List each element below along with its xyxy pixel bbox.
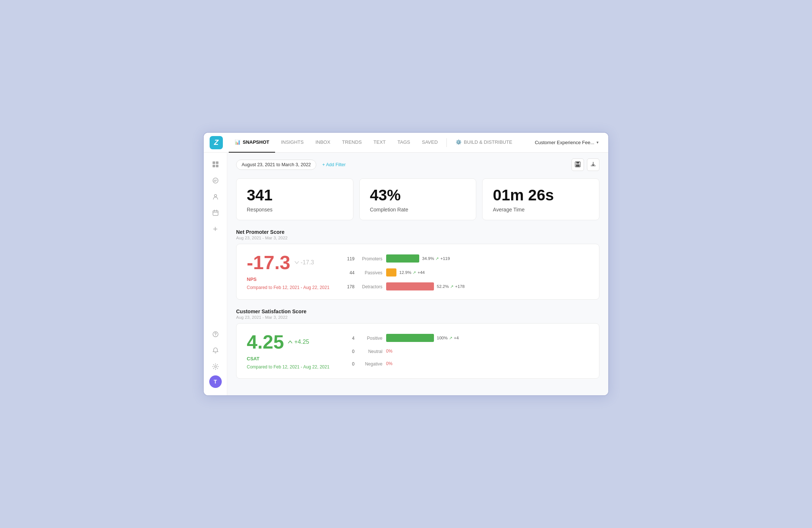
metric-cards: 341 Responses 43% Completion Rate 01m 26… [236, 178, 599, 220]
promoters-count: 119 [347, 256, 355, 261]
nav-separator [446, 138, 447, 147]
csat-type-label: CSAT [247, 356, 330, 361]
negative-count: 0 [352, 361, 355, 367]
detractors-bar [386, 282, 434, 290]
date-range-text: August 23, 2021 to March 3, 2022 [242, 162, 311, 167]
passives-label: Passives [365, 270, 382, 275]
detractors-count: 178 [347, 284, 355, 289]
detractors-track: 52.2% ↗ +178 [386, 282, 465, 290]
nav-right: Customer Experience Fee... ▾ [531, 138, 602, 147]
nps-bars: 119 Promoters 34.9% ↗ +119 [344, 253, 589, 290]
sidebar-item-calendar[interactable] [208, 206, 223, 220]
main-layout: + T August 23, 2021 to March 3, 202 [204, 153, 608, 395]
csat-bar-negative: 0 Negative 0% [344, 360, 589, 367]
neutral-label: Neutral [368, 349, 382, 354]
svg-point-8 [215, 335, 216, 336]
detractors-stats: 52.2% ↗ +178 [437, 284, 465, 289]
csat-score-change: +4.25 [288, 339, 309, 345]
svg-rect-3 [216, 165, 218, 167]
nps-compare: Compared to Feb 12, 2021 - Aug 22, 2021 [247, 285, 330, 290]
negative-track: 0% [386, 361, 392, 366]
download-button[interactable] [587, 158, 599, 171]
nps-section: Net Promoter Score Aug 23, 2021 - Mar 3,… [236, 229, 599, 300]
metric-card-avgtime: 01m 26s Average Time [482, 178, 599, 220]
responses-label: Responses [247, 207, 343, 213]
csat-score-card: 4.25 +4.25 CSAT Compared to Feb 12, 2021… [236, 323, 599, 379]
passives-bar [386, 268, 396, 277]
promoters-stats: 34.9% ↗ +119 [422, 256, 450, 261]
svg-rect-12 [576, 164, 580, 167]
csat-compare: Compared to Feb 12, 2021 - Aug 22, 2021 [247, 364, 330, 370]
sidebar-item-bell[interactable] [208, 343, 223, 358]
chevron-down-icon: ▾ [596, 140, 599, 145]
svg-point-9 [214, 366, 216, 368]
build-icon: ⚙️ [456, 139, 462, 145]
tab-tags[interactable]: TAGS [392, 133, 416, 153]
promoters-bar [386, 254, 419, 263]
tab-insights[interactable]: INSIGHTS [275, 133, 309, 153]
negative-label: Negative [365, 361, 382, 367]
csat-score-main: 4.25 +4.25 [247, 332, 330, 352]
save-button[interactable] [571, 158, 584, 171]
svg-rect-2 [213, 165, 215, 167]
completion-label: Completion Rate [370, 207, 466, 213]
positive-track: 100% ↗ +4 [386, 334, 459, 342]
detractors-label: Detractors [362, 284, 382, 289]
sidebar-item-settings[interactable] [208, 359, 223, 374]
completion-value: 43% [370, 188, 466, 203]
logo-letter: Z [214, 138, 218, 147]
svg-rect-1 [216, 161, 218, 164]
responses-value: 341 [247, 188, 343, 203]
top-nav: Z 📊 SNAPSHOT INSIGHTS INBOX TRENDS TEXT … [204, 133, 608, 153]
sidebar: + T [204, 153, 227, 395]
promoters-track: 34.9% ↗ +119 [386, 254, 450, 263]
add-filter-button[interactable]: + Add Filter [321, 160, 347, 170]
logo: Z [210, 136, 223, 149]
sidebar-item-person[interactable] [208, 189, 223, 204]
neutral-track: 0% [386, 349, 392, 354]
svg-point-5 [214, 195, 217, 197]
survey-selector[interactable]: Customer Experience Fee... ▾ [531, 138, 602, 147]
sidebar-item-grid[interactable] [208, 157, 223, 172]
metric-card-responses: 341 Responses [236, 178, 353, 220]
sidebar-item-chat[interactable] [208, 173, 223, 188]
nps-score-left: -17.3 -17.3 NPS Compared to Feb 12, 2021… [247, 253, 330, 290]
csat-section-date: Aug 23, 2021 - Mar 3, 2022 [236, 315, 599, 320]
tab-build[interactable]: ⚙️ BUILD & DISTRIBUTE [450, 133, 518, 153]
download-icon [590, 161, 596, 168]
sidebar-bottom: T [208, 327, 223, 391]
nps-type-label: NPS [247, 277, 330, 282]
tab-trends[interactable]: TRENDS [336, 133, 367, 153]
passives-count: 44 [349, 270, 354, 275]
nps-section-title: Net Promoter Score [236, 229, 599, 235]
tab-inbox[interactable]: INBOX [310, 133, 336, 153]
tab-snapshot[interactable]: 📊 SNAPSHOT [229, 133, 275, 153]
promoters-label: Promoters [362, 256, 382, 261]
nps-score-change: -17.3 [294, 260, 314, 265]
app-frame: Z 📊 SNAPSHOT INSIGHTS INBOX TRENDS TEXT … [203, 132, 609, 396]
csat-bars: 4 Positive 100% ↗ +4 [344, 332, 589, 367]
negative-stats: 0% [386, 361, 392, 366]
svg-point-4 [213, 178, 218, 183]
user-avatar[interactable]: T [209, 375, 222, 388]
tab-text[interactable]: TEXT [368, 133, 392, 153]
snapshot-icon: 📊 [235, 139, 241, 145]
positive-count: 4 [352, 336, 355, 341]
avgtime-value: 01m 26s [493, 188, 589, 203]
nps-bar-promoters: 119 Promoters 34.9% ↗ +119 [344, 254, 589, 263]
csat-bar-positive: 4 Positive 100% ↗ +4 [344, 334, 589, 342]
nps-section-date: Aug 23, 2021 - Mar 3, 2022 [236, 236, 599, 240]
avgtime-label: Average Time [493, 207, 589, 213]
positive-stats: 100% ↗ +4 [437, 336, 459, 340]
survey-name: Customer Experience Fee... [535, 140, 594, 145]
save-icon [575, 161, 581, 168]
sidebar-item-help[interactable] [208, 327, 223, 342]
filter-bar: August 23, 2021 to March 3, 2022 + Add F… [236, 158, 599, 171]
svg-rect-6 [213, 211, 218, 215]
passives-track: 12.9% ↗ +44 [386, 268, 425, 277]
tab-saved[interactable]: SAVED [416, 133, 444, 153]
date-range-button[interactable]: August 23, 2021 to March 3, 2022 [236, 160, 316, 170]
csat-score-left: 4.25 +4.25 CSAT Compared to Feb 12, 2021… [247, 332, 330, 370]
sidebar-item-add[interactable]: + [208, 222, 223, 236]
svg-rect-11 [576, 162, 579, 164]
